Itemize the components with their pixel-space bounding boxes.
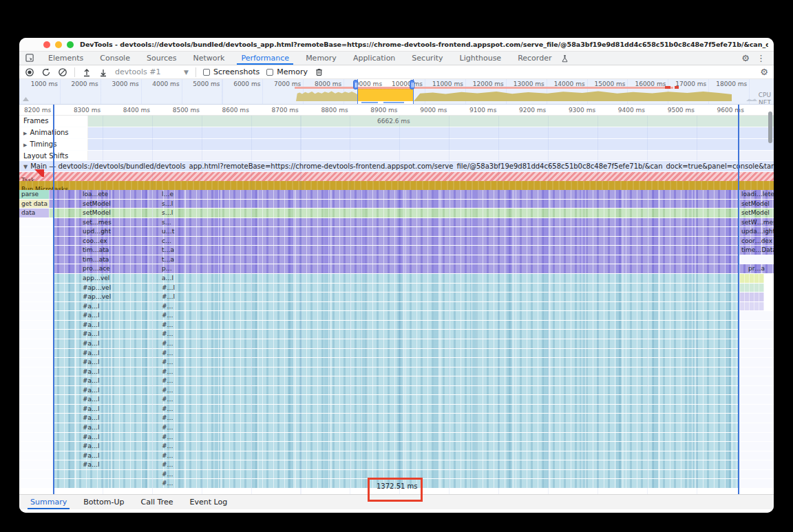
- frames-track[interactable]: Frames 6662.6 ms: [19, 116, 774, 127]
- flame-entry-label[interactable]: t…a: [162, 256, 174, 263]
- trash-icon[interactable]: [315, 67, 324, 77]
- flame-entry-label[interactable]: setModel: [741, 200, 774, 207]
- flame-entry-label[interactable]: #a…l: [83, 405, 100, 412]
- flame-entry-label[interactable]: #…: [162, 405, 173, 412]
- close-window-button[interactable]: [43, 41, 50, 48]
- flame-bars[interactable]: #a…l#…: [53, 349, 739, 358]
- flame-entry-label[interactable]: set…mes: [83, 219, 112, 226]
- animations-track[interactable]: ▶Animations: [19, 127, 774, 139]
- tab-application[interactable]: Application: [345, 52, 403, 65]
- disclosure-triangle-icon[interactable]: ▶: [23, 131, 27, 136]
- main-track-label[interactable]: ▼Main — devtools://devtools/bundled/devt…: [19, 161, 774, 170]
- bottom-tab-bottom-up[interactable]: Bottom-Up: [75, 495, 132, 509]
- flame-bars[interactable]: #a…l#…: [53, 339, 739, 348]
- clear-button[interactable]: [58, 67, 67, 77]
- flame-bars[interactable]: pro…acep…: [53, 264, 739, 273]
- vertical-scrollbar-thumb[interactable]: [768, 111, 772, 143]
- flame-entry-label[interactable]: #…: [162, 387, 173, 394]
- flame-bars[interactable]: tim…atat…a: [53, 246, 739, 255]
- flame-entry-label[interactable]: l…e: [162, 191, 173, 198]
- flame-entry-label[interactable]: #a…l: [83, 443, 100, 449]
- flame-entry-label[interactable]: upd…ght: [83, 228, 111, 235]
- flame-entry-label[interactable]: time…Data: [741, 246, 774, 253]
- tab-elements[interactable]: Elements: [40, 52, 92, 65]
- flame-bars[interactable]: set…mess…: [53, 218, 739, 227]
- tab-network[interactable]: Network: [184, 52, 233, 65]
- flame-entry-label[interactable]: #a…l: [83, 396, 100, 403]
- maximize-window-button[interactable]: [67, 41, 74, 48]
- flame-entry-label[interactable]: #…: [162, 368, 173, 375]
- flame-entry-data[interactable]: data: [19, 209, 49, 217]
- flame-entry-label[interactable]: #a…l: [83, 434, 100, 440]
- tab-recorder[interactable]: Recorder: [509, 52, 560, 65]
- minimize-window-button[interactable]: [55, 41, 62, 48]
- flame-entry-label[interactable]: #a…l: [83, 340, 100, 347]
- flame-entry-parse[interactable]: parse: [19, 190, 49, 199]
- flame-entry-label[interactable]: #…: [162, 414, 173, 421]
- flame-entry-label[interactable]: #…: [162, 471, 173, 478]
- flame-entry-get-data[interactable]: get data: [19, 200, 49, 209]
- flame-entry-label[interactable]: #…: [162, 359, 173, 365]
- checkbox-icon[interactable]: [203, 69, 210, 76]
- timeline-overview[interactable]: 1000 ms2000 ms3000 ms4000 ms5000 ms6000 …: [19, 79, 774, 105]
- bottom-tab-event-log[interactable]: Event Log: [181, 495, 235, 509]
- selection-left-handle[interactable]: [353, 80, 358, 89]
- tab-performance[interactable]: Performance: [233, 52, 297, 65]
- kebab-menu-icon[interactable]: ⋮: [757, 54, 765, 63]
- flame-entry-label[interactable]: #…: [162, 452, 173, 459]
- disclosure-triangle-icon[interactable]: ▶: [23, 142, 27, 148]
- capture-settings-gear-icon[interactable]: ⚙: [760, 67, 768, 77]
- flame-entry-label[interactable]: #…: [162, 480, 173, 487]
- tab-sources[interactable]: Sources: [138, 52, 185, 65]
- flame-entry-label[interactable]: #a…l: [83, 330, 100, 337]
- flame-bars[interactable]: #a…l#…: [53, 405, 739, 414]
- flame-entry-label[interactable]: s…l: [162, 200, 173, 207]
- flame-entry-label[interactable]: upda…ight: [741, 228, 774, 235]
- flame-entry-label[interactable]: setW…mes: [741, 219, 774, 226]
- flame-entry-label[interactable]: c…: [162, 237, 171, 244]
- bottom-tab-summary[interactable]: Summary: [22, 495, 75, 509]
- flame-bars[interactable]: #a…l#…: [53, 395, 739, 404]
- flame-entry-label[interactable]: loa…ete: [83, 191, 108, 198]
- flame-entry-label[interactable]: #…: [162, 461, 173, 468]
- flame-entry-label[interactable]: #…l: [162, 284, 175, 291]
- flame-entry-label[interactable]: loadi…lete: [741, 191, 774, 198]
- flame-bars[interactable]: setModels…l: [53, 209, 739, 217]
- flame-entry-label[interactable]: #a…l: [83, 321, 100, 328]
- reload-and-record-button[interactable]: [41, 67, 51, 77]
- task-bar[interactable]: Task: [19, 172, 774, 181]
- flame-entry-label[interactable]: #…: [162, 321, 173, 328]
- flame-entry-label[interactable]: #a…l: [83, 359, 100, 365]
- flame-entry-label[interactable]: tim…ata: [83, 246, 109, 253]
- flame-entry-label[interactable]: #…: [162, 303, 173, 310]
- inspect-element-icon[interactable]: [19, 52, 40, 65]
- flame-entry-label[interactable]: #a…l: [83, 452, 100, 459]
- flame-entry-label[interactable]: #…: [162, 340, 173, 347]
- settings-gear-icon[interactable]: ⚙: [741, 54, 750, 63]
- flame-bars[interactable]: #a…l#…: [53, 376, 739, 385]
- tab-security[interactable]: Security: [403, 52, 451, 65]
- flame-bars[interactable]: #a…l#…: [53, 386, 739, 395]
- load-profile-icon[interactable]: [82, 67, 92, 77]
- timings-track[interactable]: ▶Timings: [19, 139, 774, 151]
- save-profile-icon[interactable]: [98, 67, 108, 77]
- flame-entry-label[interactable]: #a…l: [83, 461, 100, 468]
- flame-bars[interactable]: #a…l#…: [53, 368, 739, 376]
- record-button[interactable]: [25, 67, 34, 77]
- flame-bars[interactable]: app…vela…l: [53, 274, 739, 283]
- checkbox-icon[interactable]: [266, 69, 273, 76]
- flame-entry-label[interactable]: #a…l: [83, 350, 100, 357]
- flame-bars[interactable]: #a…l#…: [53, 442, 739, 451]
- flame-entry-label[interactable]: t…a: [162, 246, 174, 253]
- flame-entry-label[interactable]: app…vel: [83, 275, 109, 281]
- layout-shifts-track[interactable]: Layout Shifts: [19, 151, 774, 161]
- flame-entry-label[interactable]: #ap…vel: [83, 293, 111, 300]
- flame-entry-label[interactable]: #a…l: [83, 387, 100, 394]
- flame-entry-label[interactable]: #…: [162, 424, 173, 431]
- flame-entry-label[interactable]: #a…l: [83, 377, 100, 384]
- flame-bars[interactable]: #a…l#…: [53, 433, 739, 442]
- flame-entry-label[interactable]: #a…l: [83, 368, 100, 375]
- flame-entry-label[interactable]: #…: [162, 434, 173, 440]
- flame-bars[interactable]: setModels…l: [53, 200, 739, 209]
- flame-bars[interactable]: #a…l#…: [53, 321, 739, 330]
